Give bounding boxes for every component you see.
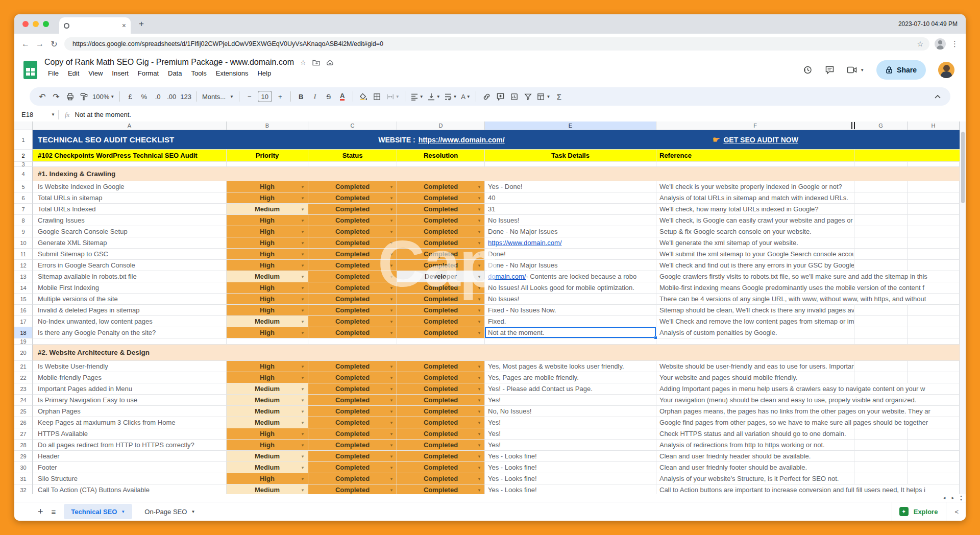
resolution-cell[interactable]: Completed▼ (397, 294, 485, 305)
task-name-cell[interactable]: Is Primary Navigation Easy to use (33, 395, 227, 406)
reference-cell[interactable]: Google find pages from other pages, so w… (656, 417, 854, 428)
row-number[interactable]: 8 (14, 215, 33, 226)
empty-cell[interactable] (33, 162, 227, 167)
fill-handle[interactable] (654, 336, 657, 339)
priority-dropdown-icon[interactable]: ▼ (301, 308, 305, 312)
reference-cell[interactable]: Mobile-first indexing means Google predo… (656, 282, 854, 294)
status-cell[interactable]: Completed▼ (308, 215, 397, 226)
status-dropdown-icon[interactable]: ▼ (389, 263, 394, 268)
status-cell[interactable]: Completed▼ (308, 417, 397, 428)
status-dropdown-icon[interactable]: ▼ (389, 229, 394, 234)
scroll-up-down-icons[interactable]: ▲▼ (958, 495, 964, 501)
more-formats-icon[interactable]: 123 (179, 90, 193, 103)
row-number[interactable]: 30 (14, 462, 33, 473)
empty-cell-h[interactable] (908, 361, 960, 372)
task-details-cell[interactable]: Yes - Looks fine! (485, 451, 656, 462)
task-details-cell[interactable]: Not at the moment. (485, 327, 656, 338)
menu-format[interactable]: Format (134, 68, 162, 78)
priority-cell[interactable]: High▼ (227, 226, 308, 237)
task-details-cell[interactable]: Yes - Looks fine! (485, 484, 656, 494)
cta-link[interactable]: GET SEO AUDIT NOW (723, 136, 798, 144)
reference-cell[interactable]: Clean and user friednly header should be… (656, 451, 854, 462)
resolution-cell[interactable]: Completed▼ (397, 417, 485, 428)
resolution-dropdown-icon[interactable]: ▼ (477, 274, 481, 279)
bookmark-star-icon[interactable]: ☆ (917, 40, 923, 48)
empty-cell[interactable] (854, 162, 908, 167)
resolution-cell[interactable]: Completed▼ (397, 316, 485, 327)
empty-cell-h[interactable] (908, 181, 960, 192)
priority-cell[interactable]: High▼ (227, 428, 308, 440)
empty-cell-g[interactable] (854, 204, 908, 215)
task-details-link[interactable]: domain.com/ (488, 273, 526, 280)
reference-header-cell[interactable]: Reference (656, 150, 854, 162)
resolution-dropdown-icon[interactable]: ▼ (477, 319, 481, 324)
empty-cell[interactable] (397, 338, 485, 345)
forward-icon[interactable]: → (33, 39, 47, 48)
video-call-icon[interactable]: ▼ (847, 66, 864, 74)
reference-cell[interactable]: Analysis of custom penalties by Google. (656, 327, 854, 338)
empty-cell-g[interactable] (854, 451, 908, 462)
priority-header-cell[interactable]: Priority (227, 150, 308, 162)
resolution-cell[interactable]: Completed▼ (397, 260, 485, 271)
task-details-cell[interactable]: Yes! (485, 428, 656, 440)
task-details-cell[interactable]: No, No Issues! (485, 406, 656, 417)
increase-font-size-icon[interactable]: + (274, 90, 287, 103)
row-number[interactable]: 22 (14, 372, 33, 383)
cta-cell[interactable]: ☛GET SEO AUDIT NOW (656, 130, 854, 150)
status-dropdown-icon[interactable]: ▼ (389, 319, 394, 324)
row-number[interactable]: 16 (14, 305, 33, 316)
scroll-left-icon[interactable]: ◄ (941, 496, 948, 500)
priority-cell[interactable]: High▼ (227, 181, 308, 192)
task-name-cell[interactable]: Invalid & deleted Pages in sitemap (33, 305, 227, 316)
status-dropdown-icon[interactable]: ▼ (389, 488, 394, 492)
strikethrough-icon[interactable]: S (322, 90, 335, 103)
resolution-header-cell[interactable]: Resolution (397, 150, 485, 162)
resolution-dropdown-icon[interactable]: ▼ (477, 184, 481, 189)
row-number[interactable]: 10 (14, 237, 33, 249)
priority-dropdown-icon[interactable]: ▼ (301, 431, 305, 436)
column-header-D[interactable]: D (397, 121, 485, 130)
empty-cell[interactable] (227, 162, 308, 167)
close-traffic-light-icon[interactable] (22, 21, 29, 27)
empty-cell-g[interactable] (854, 428, 908, 440)
browser-tab[interactable]: × (59, 17, 131, 34)
share-button[interactable]: Share (876, 60, 926, 80)
resolution-cell[interactable]: Developer▼ (397, 271, 485, 282)
document-title[interactable]: Copy of Rank Math SEO Gig - Premium Pack… (44, 58, 294, 67)
status-dropdown-icon[interactable]: ▼ (389, 308, 394, 312)
reference-cell[interactable]: There can be 4 versions of any single UR… (656, 294, 854, 305)
status-dropdown-icon[interactable]: ▼ (389, 409, 394, 414)
task-details-cell[interactable]: Yes, Most pages & website looks user fri… (485, 361, 656, 372)
move-to-folder-icon[interactable] (312, 59, 320, 66)
reference-cell[interactable]: We'll submit the xml sitemap to your Goo… (656, 249, 854, 260)
empty-cell-h[interactable] (908, 226, 960, 237)
task-details-cell[interactable]: No Issues! (485, 294, 656, 305)
priority-cell[interactable]: Medium▼ (227, 462, 308, 473)
menu-view[interactable]: View (85, 68, 106, 78)
resolution-dropdown-icon[interactable]: ▼ (477, 252, 481, 256)
sheet-tab-technical-seo[interactable]: Technical SEO ▼ (64, 504, 132, 519)
empty-cell-h[interactable] (908, 204, 960, 215)
status-cell[interactable]: Completed▼ (308, 462, 397, 473)
task-name-cell[interactable]: Header (33, 451, 227, 462)
resolution-dropdown-icon[interactable]: ▼ (477, 285, 481, 290)
borders-icon[interactable] (371, 90, 384, 103)
status-cell[interactable]: Completed▼ (308, 249, 397, 260)
resolution-dropdown-icon[interactable]: ▼ (477, 398, 481, 402)
resolution-dropdown-icon[interactable]: ▼ (477, 443, 481, 447)
task-details-cell[interactable]: Done! (485, 249, 656, 260)
resolution-dropdown-icon[interactable]: ▼ (477, 240, 481, 245)
priority-dropdown-icon[interactable]: ▼ (301, 319, 305, 324)
empty-cell-h[interactable] (908, 451, 960, 462)
task-details-cell[interactable]: Yes! (485, 417, 656, 428)
task-details-cell[interactable]: Yes - Done! (485, 181, 656, 192)
empty-cell-g[interactable] (854, 215, 908, 226)
priority-cell[interactable]: High▼ (227, 294, 308, 305)
status-dropdown-icon[interactable]: ▼ (389, 443, 394, 447)
priority-cell[interactable]: High▼ (227, 361, 308, 372)
row-number[interactable]: 32 (14, 484, 33, 494)
reference-cell[interactable]: Analysis of total URLs in sitemap and ma… (656, 192, 854, 204)
website-link[interactable]: https://www.domain.com/ (419, 136, 505, 144)
status-dropdown-icon[interactable]: ▼ (389, 398, 394, 402)
resolution-dropdown-icon[interactable]: ▼ (477, 263, 481, 268)
